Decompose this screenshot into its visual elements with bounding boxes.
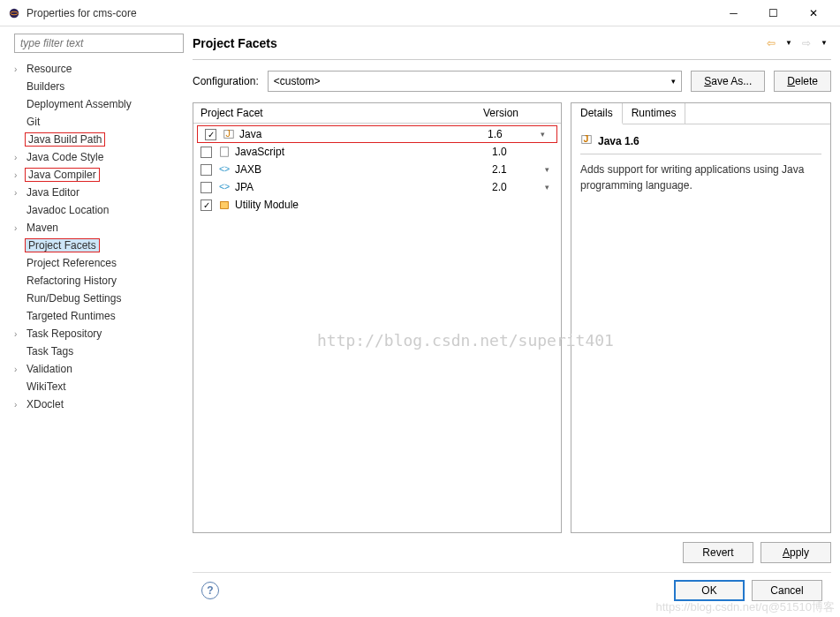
save-as-button[interactable]: Save As... <box>691 71 765 92</box>
tree-item-resource[interactable]: ›Resource <box>7 60 177 78</box>
column-facet[interactable]: Project Facet <box>201 107 483 119</box>
tab-runtimes[interactable]: Runtimes <box>623 103 686 124</box>
filter-input[interactable] <box>14 34 184 53</box>
jpa-icon: <> <box>217 180 231 194</box>
chevron-down-icon: ▾ <box>671 77 676 86</box>
caret-down-icon[interactable]: ▾ <box>545 183 554 192</box>
svg-rect-4 <box>221 147 229 157</box>
tree-item-maven[interactable]: ›Maven <box>7 219 177 237</box>
back-arrow-icon[interactable]: ⇦ <box>764 36 778 50</box>
revert-button[interactable]: Revert <box>683 542 753 563</box>
jar-icon <box>217 198 231 212</box>
window-title: Properties for cms-core <box>26 7 714 19</box>
configuration-label: Configuration: <box>193 75 259 87</box>
facets-panel: Project Facet Version ✓ J Java 1.6 ▾ Jav… <box>193 102 562 533</box>
facet-row-utility[interactable]: ✓ Utility Module <box>193 196 561 214</box>
facet-row-jpa[interactable]: <> JPA 2.0 ▾ <box>193 178 561 196</box>
svg-rect-7 <box>221 202 229 209</box>
facet-row-javascript[interactable]: JavaScript 1.0 <box>193 143 561 161</box>
close-button[interactable]: ✕ <box>793 0 833 26</box>
document-icon <box>217 145 231 159</box>
tree-item-targeted-runtimes[interactable]: Targeted Runtimes <box>7 307 177 325</box>
tree-item-project-references[interactable]: Project References <box>7 254 177 272</box>
details-title: Java 1.6 <box>598 135 639 147</box>
sidebar: ›Resource Builders Deployment Assembly G… <box>0 26 184 617</box>
tree-item-xdoclet[interactable]: ›XDoclet <box>7 395 177 413</box>
tree-item-java-compiler[interactable]: ›Java Compiler <box>7 166 177 184</box>
help-icon[interactable]: ? <box>201 582 219 599</box>
tree-item-task-repository[interactable]: ›Task Repository <box>7 325 177 342</box>
maximize-button[interactable]: ☐ <box>753 0 793 26</box>
apply-button[interactable]: Apply <box>761 542 831 563</box>
forward-arrow-icon[interactable]: ⇨ <box>799 36 814 50</box>
svg-text:J: J <box>226 128 231 139</box>
tree-item-refactoring[interactable]: Refactoring History <box>7 272 177 290</box>
svg-text:<>: <> <box>219 181 230 192</box>
svg-text:J: J <box>584 133 589 144</box>
configuration-select[interactable]: <custom> ▾ <box>268 71 683 92</box>
ok-button[interactable]: OK <box>674 580 745 601</box>
delete-button[interactable]: Delete <box>774 71 831 92</box>
tree-item-javadoc[interactable]: Javadoc Location <box>7 201 177 219</box>
tree-item-project-facets[interactable]: Project Facets <box>7 237 177 254</box>
column-version[interactable]: Version <box>483 107 554 119</box>
tree-item-task-tags[interactable]: Task Tags <box>7 342 177 360</box>
jaxb-icon: <> <box>217 162 231 177</box>
caret-down-icon[interactable]: ▾ <box>545 165 554 174</box>
forward-dropdown-icon[interactable]: ▼ <box>817 36 831 50</box>
tree-item-java-code-style[interactable]: ›Java Code Style <box>7 148 177 166</box>
tree-item-java-editor[interactable]: ›Java Editor <box>7 184 177 201</box>
category-tree: ›Resource Builders Deployment Assembly G… <box>7 60 177 413</box>
facet-row-java[interactable]: ✓ J Java 1.6 ▾ <box>197 125 557 143</box>
back-dropdown-icon[interactable]: ▼ <box>782 36 796 50</box>
svg-point-0 <box>10 8 19 18</box>
tree-item-wikitext[interactable]: WikiText <box>7 378 177 395</box>
eclipse-icon <box>7 6 21 20</box>
svg-text:<>: <> <box>219 163 230 174</box>
minimize-button[interactable]: ─ <box>714 0 753 26</box>
details-panel: Details Runtimes J Java 1.6 Adds support… <box>571 102 831 533</box>
checkbox-icon[interactable]: ✓ <box>201 199 212 211</box>
title-bar: Properties for cms-core ─ ☐ ✕ <box>0 0 840 26</box>
java-icon: J <box>580 133 593 148</box>
cancel-button[interactable]: Cancel <box>752 580 822 601</box>
checkbox-icon[interactable] <box>201 164 212 176</box>
facet-row-jaxb[interactable]: <> JAXB 2.1 ▾ <box>193 161 561 178</box>
tree-item-run-debug[interactable]: Run/Debug Settings <box>7 290 177 307</box>
checkbox-icon[interactable]: ✓ <box>205 129 216 140</box>
tree-item-validation[interactable]: ›Validation <box>7 360 177 378</box>
java-icon: J <box>222 127 236 141</box>
caret-down-icon[interactable]: ▾ <box>541 130 549 139</box>
tree-item-git[interactable]: Git <box>7 113 177 131</box>
watermark-text: http://blog.csdn.net/superit401 <box>317 331 614 350</box>
details-description: Adds support for writing applications us… <box>580 162 821 193</box>
page-title: Project Facets <box>193 36 764 50</box>
tree-item-java-build-path[interactable]: Java Build Path <box>7 131 177 148</box>
checkbox-icon[interactable] <box>201 147 212 158</box>
tab-details[interactable]: Details <box>571 103 623 124</box>
tree-item-deployment[interactable]: Deployment Assembly <box>7 95 177 113</box>
tree-item-builders[interactable]: Builders <box>7 78 177 95</box>
checkbox-icon[interactable] <box>201 182 212 193</box>
